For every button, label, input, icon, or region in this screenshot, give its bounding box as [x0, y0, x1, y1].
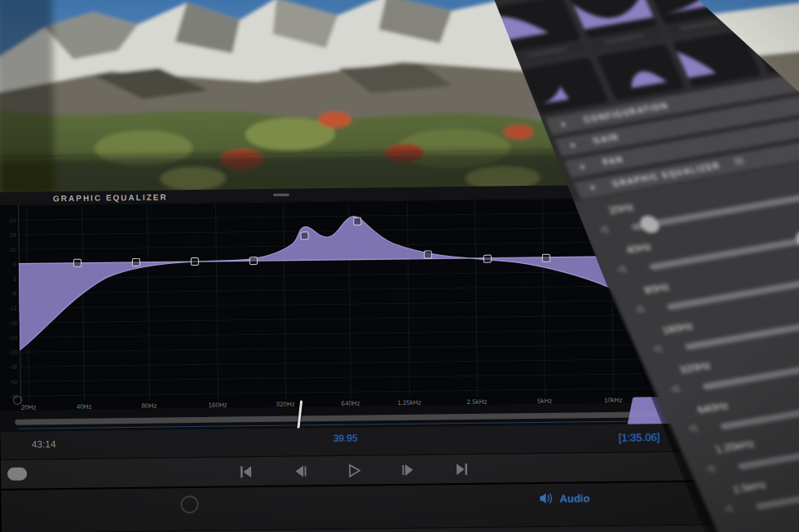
reset-triangle-icon[interactable]: ◁ — [722, 503, 734, 514]
skip-start-button[interactable] — [236, 462, 255, 481]
tab-audio[interactable]: Audio — [539, 491, 589, 505]
band-label: 160Hz — [660, 319, 695, 336]
reset-triangle-icon[interactable]: ◁ — [598, 223, 609, 235]
reset-triangle-icon[interactable]: ◁ — [616, 263, 627, 275]
timecode-current: 39.95 — [333, 433, 357, 444]
timecode-left: 43:14 — [32, 438, 56, 450]
y-axis-tick-label: -42 — [2, 379, 18, 385]
y-axis-tick-label: -36 — [1, 364, 17, 370]
reset-triangle-icon[interactable]: ◁ — [686, 423, 698, 434]
step-back-icon — [291, 463, 307, 479]
chevron-down-icon: ▾ — [588, 182, 597, 193]
eq-panel-title: GRAPHIC EQUALIZER — [53, 192, 168, 203]
help-icon[interactable] — [180, 495, 198, 513]
chevron-right-icon: ▸ — [569, 139, 578, 150]
play-icon — [346, 463, 362, 479]
eq-curve-handle[interactable] — [542, 254, 550, 262]
y-axis-tick-label: -12 — [1, 306, 17, 311]
step-forward-button[interactable] — [398, 460, 417, 480]
step-forward-icon — [400, 462, 416, 478]
band-slider-knob[interactable] — [637, 214, 662, 235]
preset-shape-bump-icon — [596, 44, 685, 101]
chevron-right-icon: ▸ — [559, 118, 568, 129]
eq-curve-handle[interactable] — [73, 259, 82, 267]
eq-curve-handle[interactable] — [249, 257, 258, 265]
y-axis-tick-label: 6 — [0, 262, 16, 267]
speaker-icon — [539, 492, 554, 505]
timeline-scrollbar[interactable] — [15, 411, 700, 424]
y-axis-tick-label: -30 — [1, 350, 17, 355]
eq-curve-handle[interactable] — [300, 231, 308, 240]
timecode-duration: [1:35.06] — [619, 431, 660, 444]
section-label: PAN — [602, 155, 625, 167]
reset-triangle-icon[interactable]: ◁ — [651, 343, 663, 354]
y-axis-tick-label: -24 — [1, 335, 17, 341]
y-axis-tick-label: 0 — [0, 276, 16, 282]
y-axis-tick-label: 12 — [0, 247, 16, 253]
reset-triangle-icon[interactable]: ◁ — [669, 383, 680, 394]
eq-curve-handle[interactable] — [424, 250, 432, 258]
eq-curve-handle[interactable] — [191, 257, 199, 266]
band-label: 640Hz — [695, 399, 731, 416]
sliders-icon — [733, 158, 745, 166]
y-axis-tick-label: 24 — [0, 218, 15, 223]
band-label: 80Hz — [642, 280, 671, 296]
section-label: GAIN — [592, 133, 621, 146]
skip-end-icon — [454, 461, 470, 477]
drag-handle[interactable] — [273, 194, 289, 196]
eq-curve-handle[interactable] — [353, 218, 361, 226]
reset-triangle-icon[interactable]: ◁ — [704, 463, 716, 474]
play-button[interactable] — [344, 461, 364, 481]
band-label: 320Hz — [678, 359, 713, 376]
tab-audio-label: Audio — [559, 492, 589, 504]
magnifier-icon[interactable] — [13, 396, 22, 405]
skip-end-button[interactable] — [452, 459, 472, 479]
band-label: 20Hz — [607, 200, 636, 216]
skip-start-icon — [237, 464, 254, 480]
preset-tile-bump[interactable] — [596, 44, 685, 101]
eq-curve-fill — [18, 213, 631, 350]
chevron-right-icon: ▸ — [579, 161, 588, 172]
band-label: 40Hz — [624, 240, 653, 256]
transport-buttons — [236, 459, 472, 482]
eq-curve — [18, 197, 656, 411]
reset-triangle-icon[interactable]: ◁ — [633, 303, 645, 314]
y-axis-tick-label: 18 — [0, 232, 16, 238]
band-label: 2.5kHz — [731, 478, 768, 495]
step-back-button[interactable] — [289, 461, 309, 481]
eq-curve-handle[interactable] — [132, 258, 140, 266]
eq-curve-handle[interactable] — [483, 255, 492, 263]
y-axis-tick-label: -6 — [0, 291, 16, 297]
y-axis-tick-label: -18 — [1, 320, 17, 326]
preset-cell — [568, 0, 662, 49]
loop-toggle[interactable] — [7, 468, 27, 481]
